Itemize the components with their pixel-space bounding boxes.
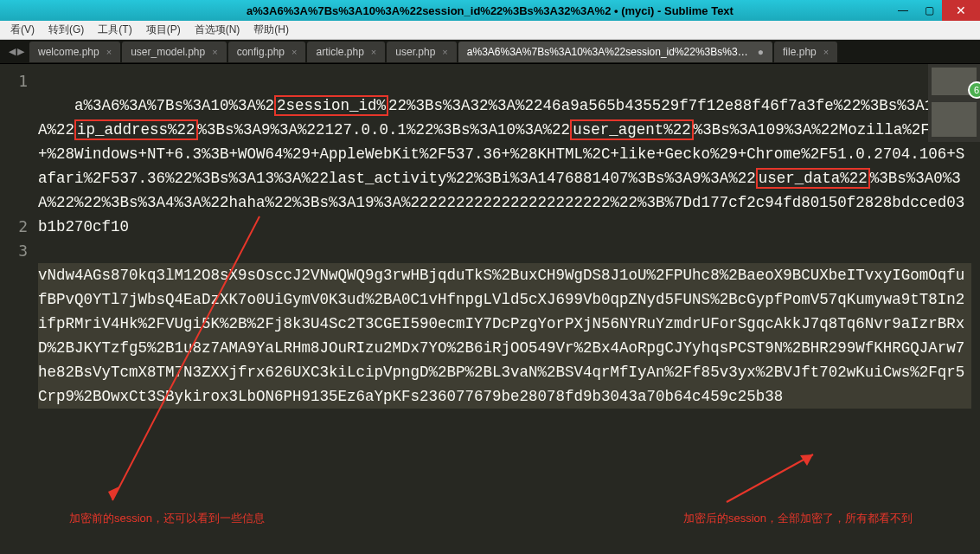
highlight-session-id: 2session_id% [274, 95, 388, 116]
editor-area[interactable]: 1 2 3 a%3A6%3A%7Bs%3A10%3A%22session_id%… [0, 64, 980, 554]
tab-label: file.php [783, 46, 817, 58]
close-icon[interactable]: × [371, 47, 376, 57]
gutter: 1 2 3 [0, 64, 35, 554]
tab-welcome[interactable]: welcome.php × [29, 42, 120, 62]
close-icon[interactable]: × [442, 47, 447, 57]
tab-nav-left-icon[interactable]: ◀ [9, 46, 16, 57]
menu-bar: 看(V) 转到(G) 工具(T) 项目(P) 首选项(N) 帮助(H) [0, 21, 980, 40]
tab-label: welcome.php [38, 46, 99, 58]
minimap[interactable] [928, 64, 980, 142]
tab-nav-right-icon[interactable]: ▶ [17, 46, 24, 57]
tab-config[interactable]: config.php × [228, 42, 306, 62]
code-line-1: a%3A6%3A%7Bs%3A10%3A%22session_id%22%3Bs… [38, 97, 964, 235]
close-icon[interactable]: × [212, 47, 217, 57]
highlight-ip-address: ip_address%22 [74, 119, 198, 140]
tab-label: user_model.php [131, 46, 205, 58]
close-button[interactable]: ✕ [942, 0, 980, 21]
highlight-user-data: user_data%22 [756, 168, 870, 189]
code-line-2 [38, 242, 48, 260]
menu-view[interactable]: 看(V) [3, 23, 42, 37]
menu-preferences[interactable]: 首选项(N) [188, 23, 247, 37]
tab-user-model[interactable]: user_model.php × [122, 42, 227, 62]
tab-session-id[interactable]: a%3A6%3A%7Bs%3A10%3A%22session_id%22%3Bs… [458, 42, 772, 62]
line-number: 2 [0, 215, 28, 239]
menu-help[interactable]: 帮助(H) [247, 23, 296, 37]
code-content[interactable]: a%3A6%3A%7Bs%3A10%3A%22session_id%22%3Bs… [35, 64, 980, 554]
tab-label: a%3A6%3A%7Bs%3A10%3A%22session_id%22%3Bs… [467, 46, 753, 58]
highlight-user-agent: user_agent%22 [570, 119, 694, 140]
close-icon[interactable]: × [291, 47, 297, 57]
tab-label: config.php [237, 46, 285, 58]
tab-bar: ◀ ▶ welcome.php × user_model.php × confi… [0, 40, 980, 64]
minimize-button[interactable]: — [890, 0, 916, 21]
tab-label: article.php [316, 46, 363, 58]
tab-label: user.php [395, 46, 435, 58]
tab-file[interactable]: file.php × [774, 42, 837, 62]
close-icon[interactable]: × [823, 47, 829, 57]
window-controls: — ▢ ✕ [890, 0, 980, 21]
tab-article[interactable]: article.php × [307, 42, 385, 62]
menu-goto[interactable]: 转到(G) [42, 23, 91, 37]
dirty-indicator-icon: ● [758, 46, 764, 58]
maximize-button[interactable]: ▢ [916, 0, 942, 21]
tab-user[interactable]: user.php × [387, 42, 456, 62]
window-title: a%3A6%3A%7Bs%3A10%3A%22session_id%22%3Bs… [247, 4, 733, 17]
line-number: 1 [0, 69, 28, 93]
menu-tools[interactable]: 工具(T) [91, 23, 138, 37]
notification-badge[interactable]: 6 [968, 81, 980, 99]
line-number: 3 [0, 239, 28, 263]
title-bar: a%3A6%3A%7Bs%3A10%3A%22session_id%22%3Bs… [0, 0, 980, 21]
close-icon[interactable]: × [106, 47, 112, 57]
code-line-3: vNdw4AGs870kq3lM12O8sX9sOsccJ2VNwQWQ9g3r… [38, 263, 971, 409]
menu-project[interactable]: 项目(P) [139, 23, 188, 37]
tab-nav-arrows: ◀ ▶ [3, 46, 29, 57]
